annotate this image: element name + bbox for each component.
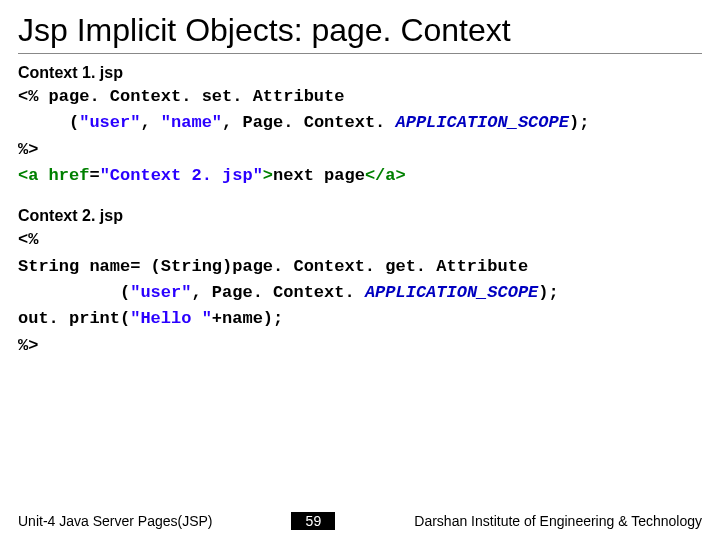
page-number: 59 [291,512,335,530]
code-tag: </a> [365,166,406,185]
code-constant: APPLICATION_SCOPE [396,113,569,132]
code-line: %> [18,137,702,163]
code-line: ("user", Page. Context. APPLICATION_SCOP… [18,280,702,306]
code-line: <% page. Context. set. Attribute [18,84,702,110]
code-line: String name= (String)page. Context. get.… [18,254,702,280]
code-tag: > [263,166,273,185]
code-text: String name= (String)page. Context. get.… [18,257,528,276]
code-text: ); [569,113,589,132]
code-text: <% [18,230,38,249]
code-constant: APPLICATION_SCOPE [365,283,538,302]
code-text: , Page. Context. [191,283,364,302]
footer-institute: Darshan Institute of Engineering & Techn… [414,513,702,529]
code-text: <% page. Context. set. Attribute [18,87,344,106]
code-text: +name); [212,309,283,328]
code-tag: <a [18,166,49,185]
code-string: "user" [79,113,140,132]
code-text: , Page. Context. [222,113,395,132]
code-text: next page [273,166,365,185]
code-line: out. print("Hello "+name); [18,306,702,332]
code-text: out. print( [18,309,130,328]
code-block-2-heading: Context 2. jsp [18,207,702,225]
code-text: ); [538,283,558,302]
code-attr: href [49,166,90,185]
page-title: Jsp Implicit Objects: page. Context [18,12,702,54]
code-string: "name" [161,113,222,132]
code-text: ( [18,113,79,132]
footer-unit: Unit-4 Java Server Pages(JSP) [18,513,213,529]
code-line: <a href="Context 2. jsp">next page</a> [18,163,702,189]
code-text: %> [18,336,38,355]
code-block-2: Context 2. jsp <% String name= (String)p… [18,207,702,359]
code-text: , [140,113,160,132]
code-string: "Context 2. jsp" [100,166,263,185]
code-string: "user" [130,283,191,302]
code-text: = [89,166,99,185]
code-text: ( [18,283,130,302]
code-block-1-heading: Context 1. jsp [18,64,702,82]
code-text: %> [18,140,38,159]
code-line: %> [18,333,702,359]
footer: Unit-4 Java Server Pages(JSP) 59 Darshan… [0,512,720,530]
code-line: ("user", "name", Page. Context. APPLICAT… [18,110,702,136]
code-line: <% [18,227,702,253]
code-block-1: Context 1. jsp <% page. Context. set. At… [18,64,702,189]
code-string: "Hello " [130,309,212,328]
